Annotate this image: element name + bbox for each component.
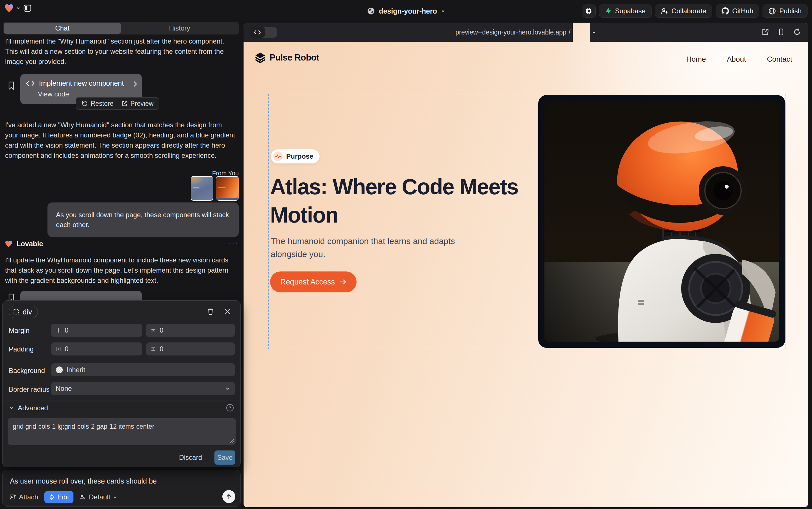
margin-x-input[interactable]: 0 (51, 324, 142, 337)
lovable-heart-icon[interactable] (4, 4, 13, 12)
restore-icon (82, 100, 88, 107)
supabase-button[interactable]: Supabase (599, 4, 652, 18)
settings-button[interactable] (583, 4, 596, 18)
tab-history[interactable]: History (121, 23, 238, 34)
send-button[interactable] (222, 490, 235, 503)
restore-button[interactable]: Restore (82, 100, 114, 107)
view-code-link[interactable]: View code (20, 90, 142, 98)
transparent-swatch-icon (56, 366, 63, 374)
attach-button[interactable]: Attach (9, 493, 38, 501)
route-chevron-icon (592, 30, 596, 34)
purpose-badge-label: Purpose (286, 152, 313, 160)
request-access-button[interactable]: Request Access (270, 271, 357, 293)
border-radius-label: Border radius (9, 385, 49, 393)
site-brand: Pulse Robot (269, 53, 319, 63)
advanced-classes-textarea[interactable]: grid grid-cols-1 lg:grid-cols-2 gap-12 i… (8, 418, 236, 445)
assistant-message-3: I'll update the WhyHumanoid component to… (5, 255, 235, 285)
topbar-right: Supabase Collaborate GitHub (583, 4, 808, 18)
component-card-header: Implement new component (20, 74, 142, 89)
padding-x-input[interactable]: 0 (51, 342, 142, 355)
model-selector[interactable]: Default (80, 493, 117, 501)
project-switcher[interactable]: design-your-hero (367, 0, 445, 22)
collaborate-label: Collaborate (672, 7, 706, 15)
padding-x-icon (56, 346, 61, 352)
padding-y-icon (151, 346, 156, 352)
chat-history-tabs: Chat History (3, 22, 239, 34)
message-menu-button[interactable]: ··· (229, 238, 238, 247)
chevron-right-icon[interactable] (133, 81, 137, 87)
border-radius-value: None (56, 384, 72, 393)
mobile-view-icon[interactable] (778, 28, 785, 36)
element-inspector-panel: div Margin 0 0 Padding 0 (2, 300, 241, 467)
preview-url-host: preview--design-your-hero.lovable.app (455, 29, 566, 36)
collaborate-button[interactable]: Collaborate (655, 4, 712, 18)
margin-y-icon (151, 328, 156, 333)
padding-y-value: 0 (160, 345, 163, 353)
selected-element-pill[interactable]: div (9, 306, 38, 318)
selected-element-tag: div (23, 308, 32, 316)
nav-contact[interactable]: Contact (767, 55, 792, 64)
resize-handle[interactable] (230, 439, 234, 443)
border-radius-select[interactable]: None (51, 382, 235, 395)
chat-input[interactable]: As user mouse roll over, these cards sho… (10, 477, 157, 485)
dashed-box-icon (13, 309, 19, 315)
add-user-icon (661, 8, 668, 14)
attachment-image-1[interactable] (191, 176, 213, 201)
attachment-image-2[interactable] (216, 176, 239, 201)
topbar-left (4, 4, 32, 12)
padding-label: Padding (9, 345, 34, 353)
nav-about[interactable]: About (727, 55, 746, 64)
advanced-label: Advanced (18, 404, 48, 412)
assistant-message-2: I've added a new "Why Humanoid" section … (5, 120, 235, 161)
publish-globe-icon (769, 7, 776, 15)
message-hover-actions: Restore Preview (76, 97, 159, 110)
preview-url[interactable]: preview--design-your-hero.lovable.app / … (455, 23, 596, 42)
workspace-chevron-icon[interactable] (16, 6, 20, 10)
save-button[interactable]: Save (215, 450, 235, 465)
site-logo[interactable]: Pulse Robot (255, 52, 319, 63)
preview-url-sep: / (569, 29, 570, 36)
bookmark-icon[interactable] (8, 81, 15, 90)
code-icon (26, 80, 34, 87)
target-icon (49, 494, 54, 500)
layers-icon (255, 52, 266, 63)
background-input[interactable]: Inherit (51, 363, 235, 376)
github-button[interactable]: GitHub (716, 4, 760, 18)
edit-mode-button[interactable]: Edit (44, 491, 73, 503)
toggle-sidebar-icon[interactable] (23, 4, 32, 12)
purpose-badge: Purpose (271, 149, 320, 164)
publish-button[interactable]: Publish (763, 4, 808, 18)
open-in-new-tab-icon[interactable] (762, 28, 769, 36)
hero-subheading: The humanoid companion that learns and a… (271, 235, 483, 261)
advanced-chevron-icon (9, 406, 14, 410)
refresh-icon[interactable] (793, 28, 801, 36)
code-preview-toggle[interactable] (250, 27, 277, 38)
margin-y-input[interactable]: 0 (146, 324, 235, 337)
close-panel-icon[interactable] (224, 308, 231, 315)
edit-label: Edit (58, 493, 69, 501)
attach-image-icon (9, 494, 16, 501)
hero-robot-card (538, 95, 785, 348)
advanced-help-button[interactable]: ? (226, 404, 234, 411)
project-chevron-icon (441, 9, 445, 13)
preview-label: Preview (131, 100, 154, 107)
advanced-toggle[interactable]: Advanced (9, 404, 48, 412)
tab-chat[interactable]: Chat (4, 23, 121, 34)
model-chevron-icon (113, 495, 117, 499)
discard-button[interactable]: Discard (179, 450, 202, 465)
github-icon (722, 7, 729, 15)
padding-y-input[interactable]: 0 (146, 342, 235, 355)
assistant-header: Lovable ··· (5, 239, 239, 248)
model-label: Default (89, 493, 110, 501)
pulse-icon (275, 154, 281, 159)
delete-element-icon[interactable] (207, 308, 214, 315)
preview-button[interactable]: Preview (121, 100, 154, 107)
nav-home[interactable]: Home (686, 55, 706, 64)
select-chevron-icon (225, 386, 230, 391)
component-card-title: Implement new component (39, 79, 124, 88)
lovable-app-window: design-your-hero Supabase (0, 0, 812, 509)
margin-y-value: 0 (160, 326, 163, 334)
publish-label: Publish (779, 7, 802, 15)
send-arrow-icon (226, 494, 232, 500)
lovable-heart-icon-small (5, 240, 12, 247)
